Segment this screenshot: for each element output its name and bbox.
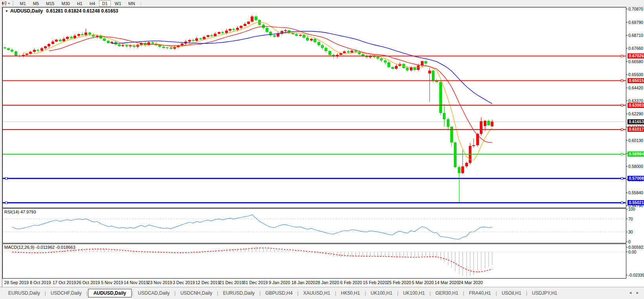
top-toolbar: ▾ M1M5M15M30H1H4D1W1MN — [0, 0, 644, 7]
collapse-triangle-icon[interactable]: ▼ — [5, 9, 8, 13]
tab-separator: | — [429, 290, 431, 296]
macd-axis-label: 0.00 — [628, 250, 636, 254]
price-axis-label: 0.66580 — [628, 59, 643, 64]
date-axis-label: 3 Dec 2019 — [173, 280, 195, 285]
tab-separator: | — [259, 290, 261, 296]
chart-tab-usdcnh-daily-4[interactable]: USDCNH,Daily — [176, 289, 217, 297]
timeframe-button-mn[interactable]: MN — [125, 0, 138, 7]
chart-tab-xauusd-h1-7[interactable]: XAUUSD,H1 — [299, 289, 335, 297]
date-axis-label: 5 Mar 2020 — [412, 280, 434, 285]
macd-indicator-label: MACD(12,26,9) -0.011962 -0.018663 — [4, 245, 75, 250]
timeframe-button-d1[interactable]: D1 — [99, 0, 111, 7]
date-axis-label: 28 Sep 2019 — [4, 280, 29, 285]
timeframe-button-m15[interactable]: M15 — [43, 0, 57, 7]
timeframe-button-h1[interactable]: H1 — [74, 0, 86, 7]
price-badge: 0.67026 — [627, 53, 644, 58]
tab-separator: | — [86, 290, 88, 296]
tab-separator: | — [217, 290, 218, 296]
symbol-label: AUDUSD,Daily — [10, 8, 43, 14]
price-axis-label: 0.65500 — [628, 72, 643, 77]
chart-tab-bar: EURUSD,Daily|USDCHF,Daily|AUDUSD,Daily|U… — [0, 287, 644, 299]
date-axis-label: 15 Feb 2020 — [363, 280, 387, 285]
tab-scroll-left-icon[interactable]: ◄ — [629, 291, 632, 295]
toolbar-grip — [13, 1, 15, 5]
chart-tab-usdjpy-h1-14[interactable]: USDJPY,H1 — [528, 289, 561, 297]
chart-tool-icon[interactable]: ▾ — [0, 0, 11, 6]
price-axis-label: 0.70870 — [628, 7, 643, 11]
date-axis-label: 18 Jan 2020 — [292, 280, 316, 285]
timeframe-button-m30[interactable]: M30 — [58, 0, 73, 7]
chart-tab-uk100-h1-10[interactable]: UK100,H1 — [399, 289, 429, 297]
price-badge: 0.61017 — [627, 127, 644, 132]
tab-separator: | — [297, 290, 299, 296]
price-chart-canvas[interactable] — [0, 0, 644, 299]
timeframe-button-m1[interactable]: M1 — [17, 0, 29, 7]
price-badge: 0.57008 — [627, 176, 644, 181]
ohlc-values: 0.61281 0.61824 0.61248 0.61653 — [46, 8, 118, 14]
chart-tab-fra40-h1-12[interactable]: FRA40,H1 — [464, 289, 495, 297]
price-badge: 0.55021 — [627, 200, 644, 205]
date-axis-label: 12 Dec 2019 — [195, 280, 220, 285]
price-axis-label: 0.60130 — [628, 138, 643, 143]
date-axis-label: 6 Feb 2020 — [340, 280, 362, 285]
chart-tab-usdchf-daily-1[interactable]: USDCHF,Daily — [46, 289, 86, 297]
chart-tab-usdcad-daily-3[interactable]: USDCAD,Daily — [134, 289, 174, 297]
date-axis-label: 17 Oct 2019 — [53, 280, 76, 285]
macd-main-value: -0.011962 — [35, 245, 55, 250]
price-axis-label: 0.55840 — [628, 190, 643, 195]
timeframe-button-w1[interactable]: W1 — [112, 0, 125, 7]
price-badge: 0.65015 — [627, 78, 644, 83]
tab-separator: | — [463, 290, 464, 296]
tab-separator: | — [365, 290, 366, 296]
tab-separator: | — [335, 290, 336, 296]
chart-tab-eurusd-daily-0[interactable]: EURUSD,Daily — [4, 289, 44, 297]
rsi-name: RSI(14) — [4, 210, 19, 214]
chart-symbol-ohlc: ▼AUDUSD,Daily0.61281 0.61824 0.61248 0.6… — [5, 8, 118, 14]
date-axis-label: 5 Nov 2019 — [101, 280, 123, 285]
tab-separator: | — [174, 290, 176, 296]
price-badge: 0.63003 — [627, 103, 644, 108]
tab-separator: | — [526, 290, 527, 296]
chart-tab-uk100-h1-9[interactable]: UK100,H1 — [366, 289, 396, 297]
chevron-down-icon: ▾ — [8, 2, 10, 5]
date-axis-label: 8 Oct 2019 — [30, 280, 51, 285]
macd-signal-value: -0.018663 — [56, 245, 75, 250]
timeframe-button-m5[interactable]: M5 — [30, 0, 42, 7]
chart-tab-eurusd-daily-5[interactable]: EURUSD,Daily — [218, 289, 259, 297]
tab-separator: | — [496, 290, 497, 296]
date-axis-label: 14 Mar 2020 — [435, 280, 459, 285]
date-axis-label: 23 Nov 2019 — [148, 280, 172, 285]
date-axis-label: 14 Nov 2019 — [124, 280, 148, 285]
price-axis-label: 0.67660 — [628, 46, 643, 51]
date-axis-label: 24 Mar 2020 — [459, 280, 483, 285]
tab-separator: | — [132, 290, 133, 296]
timeframe-button-h4[interactable]: H4 — [86, 0, 98, 7]
rsi-axis-label: 0 — [628, 239, 631, 244]
chart-tab-usoil-h1-13[interactable]: USOil,H1 — [497, 289, 526, 297]
date-axis-label: 31 Dec 2019 — [243, 280, 268, 285]
candlestick-icon — [1, 1, 7, 6]
rsi-axis-label: 100 — [628, 207, 635, 211]
price-axis-label: 0.68710 — [628, 33, 643, 38]
price-badge: 0.58994 — [627, 151, 644, 157]
chart-tab-ger30-h1-11[interactable]: GER30,H1 — [431, 289, 462, 297]
date-axis-label: 9 Jan 2020 — [269, 280, 290, 285]
macd-name: MACD(12,26,9) — [4, 245, 34, 250]
macd-axis-label: 0.005923 — [628, 245, 644, 250]
rsi-axis-label: 70 — [628, 217, 633, 221]
price-axis-label: 0.62290 — [628, 111, 643, 116]
chart-tab-audusd-daily-2[interactable]: AUDUSD,Daily — [88, 289, 132, 297]
toolbar-separator — [141, 1, 141, 6]
chart-tab-gbpusd-h4-6[interactable]: GBPUSD,H4 — [261, 289, 297, 297]
chart-tab-hk50-h1-8[interactable]: HK50,H1 — [337, 289, 365, 297]
price-badge: 0.61653 — [627, 119, 644, 124]
date-axis-label: 25 Feb 2020 — [387, 280, 411, 285]
tab-scroll-right-icon[interactable]: ► — [636, 291, 639, 295]
macd-axis-label: -0.023394 — [628, 273, 644, 277]
price-axis-label: 0.69790 — [628, 20, 643, 25]
date-axis-label: 21 Dec 2019 — [219, 280, 244, 285]
rsi-axis-label: 30 — [628, 230, 633, 234]
price-axis-label: 0.58000 — [628, 164, 643, 169]
price-axis-label: 0.64420 — [628, 86, 643, 90]
rsi-value: 47.9793 — [20, 210, 36, 214]
